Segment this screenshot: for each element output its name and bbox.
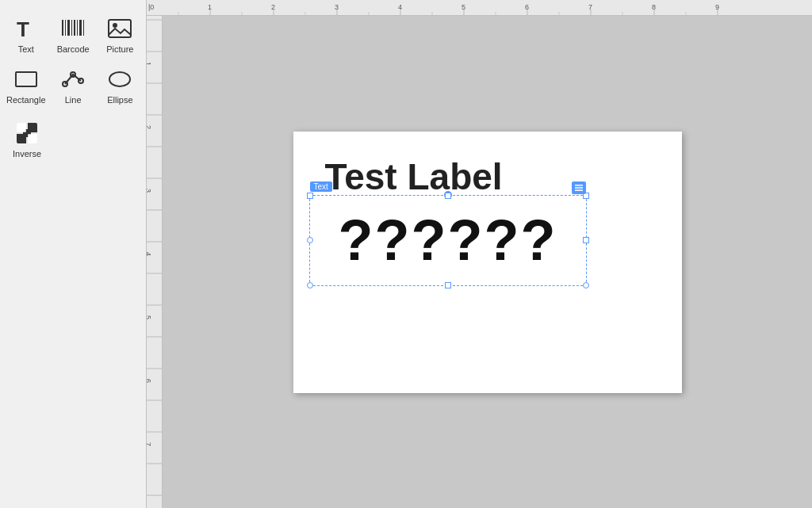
svg-rect-6 — [77, 20, 78, 36]
sidebar: T Text Barcode — [0, 0, 147, 508]
svg-text:T: T — [17, 17, 29, 41]
tool-line[interactable]: Line — [51, 60, 96, 109]
svg-rect-3 — [67, 20, 70, 36]
svg-rect-20 — [27, 133, 37, 143]
svg-text:4: 4 — [398, 3, 402, 11]
selected-text-element[interactable]: Text ?????? — [309, 195, 587, 286]
svg-text:5: 5 — [147, 315, 152, 319]
element-type-badge: Text — [310, 181, 332, 192]
tool-rectangle[interactable]: Rectangle — [3, 60, 49, 109]
handle-bottom-middle[interactable] — [445, 282, 451, 288]
svg-text:4: 4 — [147, 252, 152, 256]
text-tool-label: Text — [18, 44, 34, 54]
barcode-tool-label: Barcode — [57, 44, 90, 54]
picture-tool-label: Picture — [106, 44, 133, 54]
line-icon — [59, 65, 87, 94]
svg-text:3: 3 — [147, 189, 152, 193]
svg-rect-9 — [109, 20, 131, 37]
design-canvas: Test Label Text — [163, 16, 812, 508]
svg-text:3: 3 — [335, 3, 339, 11]
svg-text:7: 7 — [147, 442, 152, 446]
selected-element-content: ?????? — [310, 196, 586, 285]
svg-rect-2 — [65, 20, 66, 36]
picture-icon — [105, 14, 134, 43]
inverse-tool-label: Inverse — [13, 149, 41, 159]
svg-text:6: 6 — [147, 379, 152, 383]
tool-ellipse[interactable]: Ellipse — [98, 60, 143, 109]
handle-bottom-right[interactable] — [583, 282, 589, 288]
canvas-title-text: Test Label — [325, 155, 503, 198]
label-paper: Test Label Text — [293, 132, 682, 393]
line-tool-label: Line — [65, 95, 82, 105]
svg-text:7: 7 — [588, 3, 592, 11]
rectangle-tool-label: Rectangle — [6, 95, 46, 105]
rectangle-icon — [12, 65, 40, 94]
ruler-top: |0 1 2 3 4 5 6 7 8 9 — [147, 0, 812, 16]
main-area: |0 1 2 3 4 5 6 7 8 9 — [147, 0, 812, 508]
tool-text[interactable]: T Text — [3, 10, 49, 59]
ruler-left: 1 2 3 4 5 6 — [147, 16, 163, 508]
inverse-icon — [13, 119, 41, 147]
svg-text:6: 6 — [525, 3, 529, 11]
svg-text:|0: |0 — [148, 3, 154, 11]
svg-rect-19 — [17, 123, 27, 133]
svg-text:8: 8 — [652, 3, 656, 11]
svg-point-15 — [109, 72, 130, 86]
text-icon: T — [12, 14, 40, 43]
handle-middle-right[interactable] — [583, 237, 589, 243]
ellipse-tool-label: Ellipse — [107, 95, 132, 105]
tool-picture[interactable]: Picture — [98, 10, 143, 59]
tool-inverse[interactable]: Inverse — [3, 114, 51, 163]
svg-rect-80 — [575, 189, 583, 191]
svg-rect-1 — [62, 20, 63, 36]
svg-rect-11 — [16, 72, 36, 86]
handle-top-left[interactable] — [307, 193, 313, 199]
barcode-icon — [59, 14, 87, 43]
tool-grid: T Text Barcode — [0, 6, 146, 113]
svg-rect-79 — [575, 187, 583, 189]
svg-text:9: 9 — [715, 3, 719, 11]
svg-rect-4 — [71, 20, 72, 36]
svg-text:1: 1 — [208, 3, 212, 11]
svg-rect-54 — [147, 16, 163, 508]
svg-text:1: 1 — [147, 62, 152, 66]
tool-barcode[interactable]: Barcode — [51, 10, 96, 59]
svg-rect-78 — [575, 185, 583, 186]
svg-rect-25 — [147, 0, 812, 16]
canvas-area: 1 2 3 4 5 6 — [147, 16, 812, 508]
svg-rect-5 — [74, 20, 75, 36]
svg-point-10 — [113, 23, 117, 28]
handle-top-middle[interactable] — [445, 193, 451, 199]
handle-bottom-left[interactable] — [307, 282, 313, 288]
svg-text:5: 5 — [462, 3, 465, 11]
element-menu-button[interactable] — [572, 181, 586, 194]
svg-text:2: 2 — [147, 125, 152, 129]
handle-middle-left[interactable] — [307, 237, 313, 243]
ellipse-icon — [105, 65, 134, 94]
svg-rect-7 — [79, 20, 82, 36]
svg-text:2: 2 — [271, 3, 275, 11]
svg-rect-8 — [83, 20, 84, 36]
